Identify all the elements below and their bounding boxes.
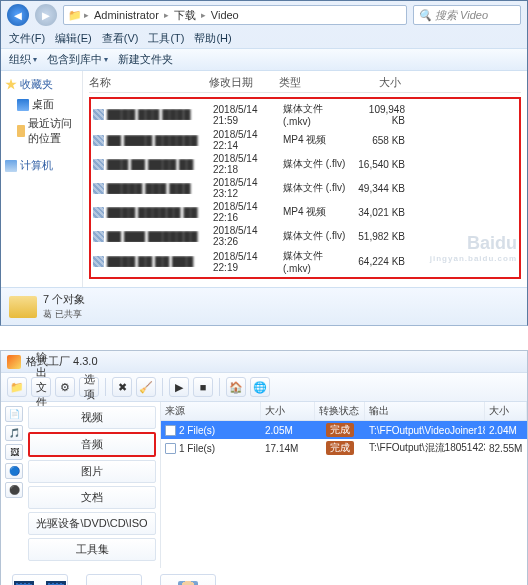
option-button[interactable]: ⚙ (55, 377, 75, 397)
file-row[interactable]: █████ ███ ███2018/5/14 23:12媒体文件 (.flv)4… (93, 176, 517, 200)
shortcut-icon[interactable]: 🎵 (5, 425, 23, 441)
stop-button[interactable]: ■ (193, 377, 213, 397)
shortcut-icon[interactable]: 🔵 (5, 463, 23, 479)
task-icon (165, 443, 176, 454)
file-row[interactable]: ████ ██ ██ ███2018/5/14 22:19媒体文件 (.mkv)… (93, 248, 517, 275)
homepage-button[interactable]: 🏠 (226, 377, 246, 397)
cat-audio[interactable]: 音频 (28, 432, 156, 457)
file-icon (93, 183, 104, 194)
col-source[interactable]: 来源 (161, 402, 261, 420)
shortcut-icon[interactable]: 🖼 (5, 444, 23, 460)
category-panel: 📄 🎵 🖼 🔵 ⚫ 视频 音频 图片 文档 光驱设备\DVD\CD\ISO 工具… (1, 402, 161, 568)
crumb[interactable]: Video (208, 9, 242, 21)
file-icon (93, 109, 104, 120)
start-button[interactable]: ▶ (169, 377, 189, 397)
crumb[interactable]: Administrator (91, 9, 162, 21)
task-icon (165, 425, 176, 436)
menu-help[interactable]: 帮助(H) (194, 31, 231, 46)
organize-button[interactable]: 组织 (9, 52, 37, 67)
file-icon (93, 231, 104, 242)
sidebar: 收藏夹 桌面 最近访问的位置 计算机 (1, 71, 83, 287)
file-list: 名称 修改日期 类型 大小 ████ ███ ████2018/5/14 21:… (83, 71, 527, 287)
output-folder-label[interactable]: 输出文件夹 (31, 377, 51, 397)
clear-button[interactable]: 🧹 (136, 377, 156, 397)
shortcut-icon[interactable]: ⚫ (5, 482, 23, 498)
remove-button[interactable]: ✖ (112, 377, 132, 397)
col-size[interactable]: 大小 (349, 75, 405, 90)
back-button[interactable]: ◄ (7, 4, 29, 26)
new-folder-button[interactable]: 新建文件夹 (118, 52, 173, 67)
task-columns: 来源 大小 转换状态 输出 大小 (161, 402, 527, 421)
folder-icon (17, 125, 25, 137)
menu-view[interactable]: 查看(V) (102, 31, 139, 46)
address-bar[interactable]: 📁 ▸ Administrator▸ 下载▸ Video (63, 5, 407, 25)
cat-toolset[interactable]: 工具集 (28, 538, 156, 561)
tile-audio-joiner[interactable]: ♪+♪ 音频合并 (81, 574, 147, 585)
file-icon (93, 207, 104, 218)
explorer-window: ◄ ► 📁 ▸ Administrator▸ 下载▸ Video 🔍 搜索 Vi… (0, 0, 528, 326)
file-icon (93, 135, 104, 146)
col-size[interactable]: 大小 (261, 402, 315, 420)
file-row[interactable]: ████ ███ ████2018/5/14 21:59媒体文件 (.mkv)1… (93, 101, 517, 128)
file-row[interactable]: ██ ███ ███████2018/5/14 23:26媒体文件 (.flv)… (93, 224, 517, 248)
title-bar: 格式工厂 4.3.0 (1, 351, 527, 372)
toolbar: 组织 包含到库中 新建文件夹 (1, 48, 527, 71)
shortcut-bar: 📄 🎵 🖼 🔵 ⚫ (5, 406, 23, 564)
menu-file[interactable]: 文件(F) (9, 31, 45, 46)
star-icon (5, 79, 17, 91)
file-row[interactable]: ████ ██████ ██2018/5/14 22:16MP4 视频34,02… (93, 200, 517, 224)
search-placeholder: 搜索 Video (435, 8, 488, 23)
status-count: 7 个对象 (43, 292, 85, 307)
task-panel: 来源 大小 转换状态 输出 大小 2 File(s) 2.05M 完成 T:\F… (161, 402, 527, 568)
output-folder-button[interactable]: 📁 (7, 377, 27, 397)
favorites-header[interactable]: 收藏夹 (5, 77, 78, 92)
include-in-library[interactable]: 包含到库中 (47, 52, 108, 67)
file-rows-highlight: ████ ███ ████2018/5/14 21:59媒体文件 (.mkv)1… (89, 97, 521, 279)
cat-video[interactable]: 视频 (28, 406, 156, 429)
file-icon (93, 256, 104, 267)
tool-tiles: + 视频合并 ♪+♪ 音频合并 图片 +♪ 混流 重命名 (1, 568, 527, 585)
cat-document[interactable]: 文档 (28, 486, 156, 509)
column-headers: 名称 修改日期 类型 大小 (89, 75, 521, 93)
crumb[interactable]: 下载 (171, 8, 199, 23)
search-box[interactable]: 🔍 搜索 Video (413, 5, 521, 25)
search-icon: 🔍 (418, 9, 432, 22)
language-button[interactable]: 🌐 (250, 377, 270, 397)
task-row[interactable]: 1 File(s) 17.14M 完成 T:\FFOutput\混流180514… (161, 439, 527, 457)
computer-header[interactable]: 计算机 (5, 158, 78, 173)
col-type[interactable]: 类型 (279, 75, 349, 90)
shortcut-icon[interactable]: 📄 (5, 406, 23, 422)
folder-icon: 📁 (68, 9, 82, 22)
col-output[interactable]: 输出 (365, 402, 485, 420)
app-icon (7, 355, 21, 369)
status-bar: 7 个对象 葛 已共享 (1, 287, 527, 325)
cat-rom[interactable]: 光驱设备\DVD\CD\ISO (28, 512, 156, 535)
file-row[interactable]: ██ ████ ██████2018/5/14 22:14MP4 视频658 K… (93, 128, 517, 152)
forward-button[interactable]: ► (35, 4, 57, 26)
option-label[interactable]: 选项 (79, 377, 99, 397)
desktop-icon (17, 99, 29, 111)
sidebar-item-recent[interactable]: 最近访问的位置 (5, 114, 78, 148)
col-status[interactable]: 转换状态 (315, 402, 365, 420)
status-shared: 葛 已共享 (43, 309, 82, 319)
sidebar-item-desktop[interactable]: 桌面 (5, 95, 78, 114)
tile-pic[interactable]: 图片 (155, 574, 221, 585)
tile-video-joiner[interactable]: + 视频合并 (7, 574, 73, 585)
menu-bar: 文件(F) 编辑(E) 查看(V) 工具(T) 帮助(H) (1, 29, 527, 48)
menu-edit[interactable]: 编辑(E) (55, 31, 92, 46)
col-name[interactable]: 名称 (89, 75, 209, 90)
computer-icon (5, 160, 17, 172)
col-osize[interactable]: 大小 (485, 402, 527, 420)
col-date[interactable]: 修改日期 (209, 75, 279, 90)
ff-toolbar: 📁 输出文件夹 ⚙ 选项 ✖ 🧹 ▶ ■ 🏠 🌐 (1, 372, 527, 402)
file-row[interactable]: ███ ██ ████ ██2018/5/14 22:18媒体文件 (.flv)… (93, 152, 517, 176)
nav-bar: ◄ ► 📁 ▸ Administrator▸ 下载▸ Video 🔍 搜索 Vi… (1, 1, 527, 29)
cat-picture[interactable]: 图片 (28, 460, 156, 483)
format-factory-window: 格式工厂 4.3.0 📁 输出文件夹 ⚙ 选项 ✖ 🧹 ▶ ■ 🏠 🌐 📄 🎵 … (0, 350, 528, 585)
file-icon (93, 159, 104, 170)
folder-big-icon (9, 296, 37, 318)
task-row[interactable]: 2 File(s) 2.05M 完成 T:\FFOutput\VideoJoin… (161, 421, 527, 439)
menu-tools[interactable]: 工具(T) (148, 31, 184, 46)
